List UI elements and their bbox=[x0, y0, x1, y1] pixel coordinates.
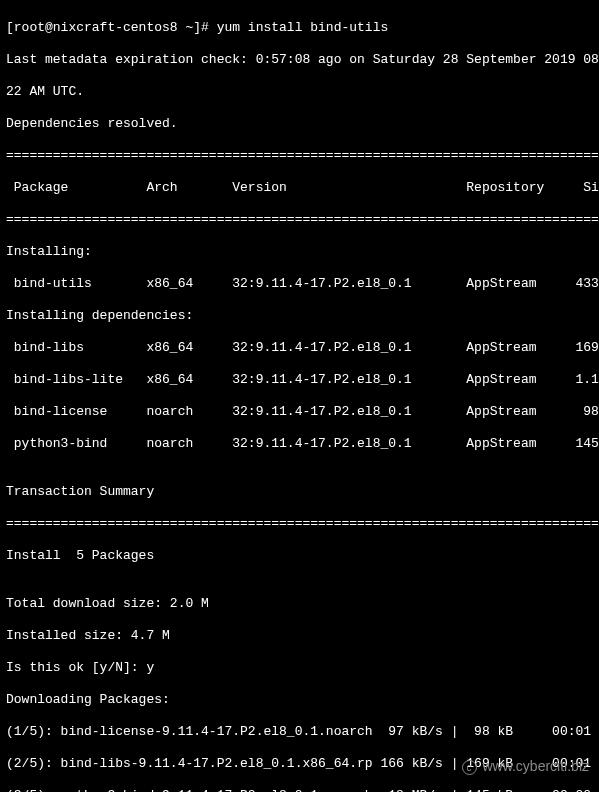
pkg-row: bind-license noarch 32:9.11.4-17.P2.el8_… bbox=[6, 404, 593, 420]
copyright-icon: c bbox=[462, 760, 477, 775]
table-header: Package Arch Version Repository Size bbox=[6, 180, 593, 196]
deps-resolved: Dependencies resolved. bbox=[6, 116, 593, 132]
tx-summary: Transaction Summary bbox=[6, 484, 593, 500]
watermark-text: www.cyberciti.biz bbox=[482, 758, 589, 774]
pkg-row: python3-bind noarch 32:9.11.4-17.P2.el8_… bbox=[6, 436, 593, 452]
terminal-output: [root@nixcraft-centos8 ~]# yum install b… bbox=[0, 0, 599, 792]
confirm-prompt: Is this ok [y/N]: y bbox=[6, 660, 593, 676]
installing-header: Installing: bbox=[6, 244, 593, 260]
installing-deps-header: Installing dependencies: bbox=[6, 308, 593, 324]
shell-prompt: [root@nixcraft-centos8 ~]# yum install b… bbox=[6, 20, 593, 36]
meta-check-line-2: 22 AM UTC. bbox=[6, 84, 593, 100]
pkg-row-main: bind-utils x86_64 32:9.11.4-17.P2.el8_0.… bbox=[6, 276, 593, 292]
rule-top: ========================================… bbox=[6, 148, 593, 164]
meta-check-line-1: Last metadata expiration check: 0:57:08 … bbox=[6, 52, 593, 68]
downloading-header: Downloading Packages: bbox=[6, 692, 593, 708]
watermark: c www.cyberciti.biz bbox=[462, 758, 589, 775]
pkg-row: bind-libs x86_64 32:9.11.4-17.P2.el8_0.1… bbox=[6, 340, 593, 356]
download-row: (1/5): bind-license-9.11.4-17.P2.el8_0.1… bbox=[6, 724, 593, 740]
pkg-row: bind-libs-lite x86_64 32:9.11.4-17.P2.el… bbox=[6, 372, 593, 388]
download-row: (3/5): python3-bind-9.11.4-17.P2.el8_0.1… bbox=[6, 788, 593, 792]
rule-under-header: ========================================… bbox=[6, 212, 593, 228]
installed-size: Installed size: 4.7 M bbox=[6, 628, 593, 644]
download-size: Total download size: 2.0 M bbox=[6, 596, 593, 612]
install-count: Install 5 Packages bbox=[6, 548, 593, 564]
rule-summary: ========================================… bbox=[6, 516, 593, 532]
